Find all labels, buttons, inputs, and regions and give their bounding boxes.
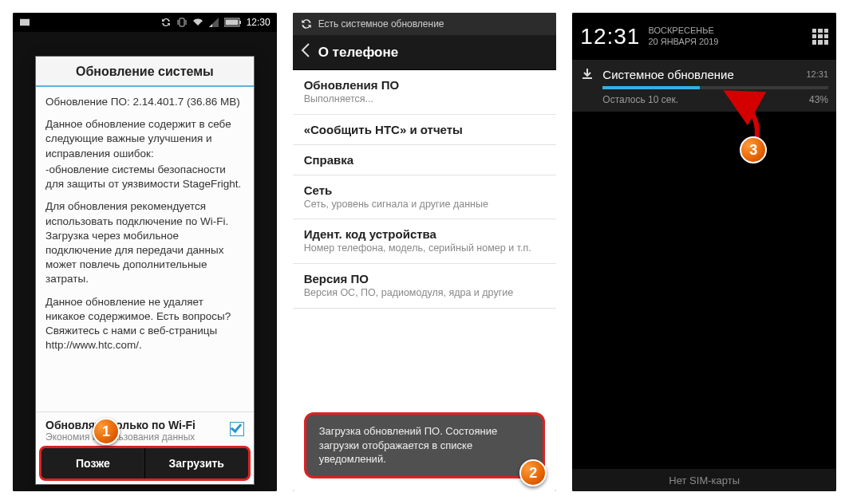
- status-time: 12:30: [247, 17, 270, 28]
- phone-2-about-settings: Есть системное обновление О телефоне Обн…: [293, 13, 557, 491]
- dialog-body: Обновление ПО: 2.14.401.7 (36.86 MB) Дан…: [36, 87, 254, 411]
- changes-item: -обновление системы безопасности для защ…: [45, 163, 244, 191]
- dialog-title: Обновление системы: [36, 57, 254, 87]
- later-button[interactable]: Позже: [41, 448, 145, 478]
- svg-rect-1: [180, 18, 184, 26]
- date: 20 ЯНВАРЯ 2019: [648, 37, 718, 48]
- item-sub: Сеть, уровень сигнала и другие данные: [304, 199, 546, 211]
- svg-rect-6: [225, 20, 238, 26]
- settings-header: О телефоне: [293, 35, 557, 70]
- item-label: Обновления ПО: [304, 78, 546, 92]
- item-label: «Сообщить HTC» и отчеты: [304, 123, 546, 136]
- download-icon: [580, 67, 594, 81]
- notification-time: 12:31: [806, 69, 828, 79]
- sync-icon: [160, 18, 172, 27]
- download-notification[interactable]: Системное обновление 12:31 Осталось 10 с…: [572, 61, 836, 112]
- update-banner[interactable]: Есть системное обновление: [293, 13, 557, 35]
- status-bar: 12:30: [13, 13, 277, 32]
- signal-icon: [208, 18, 219, 27]
- changes-intro: Данное обновление содержит в себе следую…: [45, 117, 244, 161]
- wifi-recommendation: Для обновления рекомендуется использоват…: [45, 199, 244, 286]
- notification-title: Системное обновление: [602, 68, 798, 81]
- svg-rect-0: [20, 19, 30, 26]
- sync-icon: [301, 18, 312, 30]
- list-item[interactable]: Справка: [293, 145, 557, 175]
- list-item[interactable]: Версия ПО Версия ОС, ПО, радиомодуля, яд…: [293, 264, 557, 309]
- download-button[interactable]: Загрузить: [145, 448, 248, 478]
- shade-header: 12:31 ВОСКРЕСЕНЬЕ 20 ЯНВАРЯ 2019: [572, 13, 836, 61]
- item-label: Справка: [304, 153, 546, 167]
- item-sub: Версия ОС, ПО, радиомодуля, ядра и други…: [304, 287, 546, 300]
- item-sub: Номер телефона, модель, серийный номер и…: [304, 242, 546, 255]
- download-toast: Загрузка обновлений ПО. Состояние загруз…: [304, 412, 546, 478]
- vibrate-icon: [176, 18, 188, 27]
- wifi-only-label: Обновлять только по Wi-Fi: [45, 419, 230, 431]
- list-item[interactable]: Сеть Сеть, уровень сигнала и другие данн…: [293, 175, 557, 220]
- callout-badge-1: 1: [93, 418, 120, 445]
- item-sub: Выполняется...: [304, 93, 546, 106]
- time-remaining: Осталось 10 сек.: [602, 94, 678, 105]
- weekday: ВОСКРЕСЕНЬЕ: [648, 26, 718, 37]
- wifi-only-sub: Экономия использования данных: [45, 431, 230, 443]
- version-line: Обновление ПО: 2.14.401.7 (36.86 MB): [45, 95, 244, 109]
- settings-list[interactable]: Обновления ПО Выполняется... «Сообщить H…: [293, 70, 557, 491]
- back-button[interactable]: [301, 43, 310, 61]
- list-item[interactable]: Обновления ПО Выполняется...: [293, 70, 557, 115]
- dialog-button-row: Позже Загрузить: [39, 446, 251, 481]
- wifi-only-checkbox[interactable]: [230, 422, 244, 436]
- phone-1-system-update-dialog: 12:30 Обновление системы Обновление ПО: …: [13, 13, 277, 491]
- wifi-only-row[interactable]: Обновлять только по Wi-Fi Экономия испол…: [36, 411, 254, 444]
- phone-3-notification-shade: 12:31 ВОСКРЕСЕНЬЕ 20 ЯНВАРЯ 2019 Системн…: [572, 13, 836, 491]
- notification-icon: [19, 18, 30, 27]
- header-title: О телефоне: [318, 45, 399, 61]
- item-label: Идент. код устройства: [304, 227, 546, 241]
- no-delete-note: Данное обновление не удаляет никакое сод…: [45, 295, 244, 353]
- shade-body: [572, 112, 836, 469]
- svg-rect-5: [239, 21, 241, 24]
- update-banner-text: Есть системное обновление: [318, 18, 444, 30]
- battery-icon: [224, 18, 242, 27]
- list-item[interactable]: «Сообщить HTC» и отчеты: [293, 115, 557, 145]
- quick-settings-icon[interactable]: [812, 29, 828, 45]
- update-dialog: Обновление системы Обновление ПО: 2.14.4…: [35, 56, 255, 485]
- item-label: Сеть: [304, 183, 546, 197]
- list-item[interactable]: Идент. код устройства Номер телефона, мо…: [293, 219, 557, 264]
- item-label: Версия ПО: [304, 272, 546, 285]
- clock: 12:31: [580, 24, 640, 49]
- progress-percent: 43%: [809, 94, 828, 105]
- progress-fill: [602, 86, 700, 89]
- wifi-icon: [192, 18, 203, 27]
- no-sim-label: Нет SIM-карты: [572, 469, 836, 491]
- date-block: ВОСКРЕСЕНЬЕ 20 ЯНВАРЯ 2019: [648, 26, 718, 48]
